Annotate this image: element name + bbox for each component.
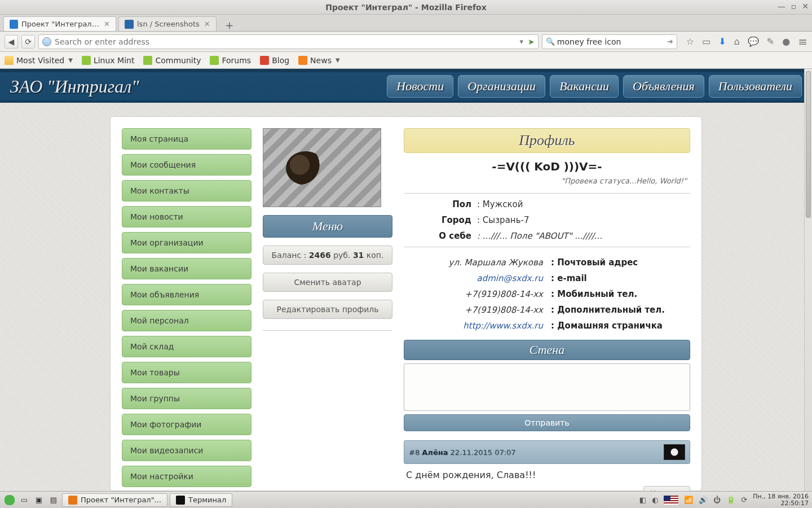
nav-ads[interactable]: Объявления [623, 75, 704, 98]
post-id: #8 [409, 448, 422, 457]
show-desktop-icon[interactable]: ▭ [18, 494, 30, 506]
urlbar-go-icon[interactable]: ➤ [526, 37, 535, 46]
task-terminal[interactable]: Терминал [170, 493, 232, 507]
tab-inactive[interactable]: lsn / Screenshots ✕ [118, 16, 217, 31]
urlbar-dropdown-icon[interactable]: ▾ [518, 37, 526, 46]
bookmark-label: News [310, 56, 332, 65]
email-link[interactable]: admin@sxdx.ru [476, 273, 543, 283]
url-input[interactable] [55, 37, 518, 46]
updates-icon[interactable]: ⟳ [741, 496, 747, 504]
bookmark-most-visited[interactable]: Most Visited ▼ [5, 56, 73, 65]
menu-orgs[interactable]: Мои организации [122, 232, 251, 253]
chat-icon[interactable]: 💬 [748, 36, 759, 47]
nav-users[interactable]: Пользователи [709, 75, 802, 98]
menu-settings[interactable]: Мои настройки [122, 466, 251, 487]
menu-goods[interactable]: Мои товары [122, 362, 251, 383]
bookmark-community[interactable]: Community [143, 56, 201, 65]
account-icon[interactable]: ● [782, 36, 790, 47]
nav-orgs[interactable]: Организации [458, 75, 545, 98]
folder-icon [5, 56, 14, 65]
tray-app-icon[interactable]: ◐ [652, 496, 658, 504]
menu-videos[interactable]: Мои видеозаписи [122, 440, 251, 461]
window-titlebar: Проект "Интеграл" - Mozilla Firefox — ▫ … [0, 0, 812, 15]
clock-time: 22:50:17 [753, 500, 809, 507]
tray-app-icon[interactable]: ◧ [639, 496, 646, 504]
value-about-text: : ...///... Поле "ABOUT" ...////... [477, 231, 602, 241]
site-brand[interactable]: ЗАО "Интригал" [10, 76, 139, 97]
battery-icon[interactable]: 🔋 [726, 496, 735, 504]
post-delete-button[interactable]: Удалить [643, 486, 690, 491]
homepage-link[interactable]: http://www.sxdx.ru [463, 321, 543, 331]
menu-staff[interactable]: Мой персонал [122, 310, 251, 331]
bookmark-forums[interactable]: Forums [210, 56, 251, 65]
menu-my-page[interactable]: Моя страница [122, 128, 251, 150]
addon-icon[interactable]: ✎ [767, 36, 774, 47]
search-input[interactable] [557, 37, 667, 46]
center-menu-button[interactable]: Меню [263, 215, 392, 238]
tab-active[interactable]: Проект "Интеграл" ... ✕ [3, 16, 116, 31]
label-email: e-mail [551, 273, 690, 283]
value-sex: : Мужской [477, 199, 690, 209]
menu-storage[interactable]: Мой склад [122, 336, 251, 357]
files-launcher-icon[interactable]: ▤ [47, 494, 60, 506]
globe-icon [42, 37, 51, 46]
menu-contacts[interactable]: Мои контакты [122, 180, 251, 202]
minimize-button[interactable]: — [778, 2, 785, 11]
post-author-avatar[interactable] [664, 444, 685, 460]
volume-icon[interactable]: 🔊 [699, 496, 708, 504]
wall-textarea[interactable] [404, 364, 690, 411]
nav-news[interactable]: Новости [387, 75, 453, 98]
right-column: Профиль -=V((( KoD )))V=- "Провека стату… [404, 128, 690, 491]
url-bar[interactable]: ▾ ➤ [38, 34, 539, 49]
clock[interactable]: Пн., 18 янв. 2016 22:50:17 [753, 493, 809, 507]
tab-close-icon[interactable]: ✕ [104, 20, 110, 28]
library-icon[interactable]: ▭ [702, 36, 710, 47]
keyboard-layout-icon[interactable] [664, 496, 678, 505]
task-firefox[interactable]: Проект "Интеграл"... [62, 493, 167, 507]
network-icon[interactable]: 📶 [684, 496, 693, 504]
bookmarks-star-icon[interactable]: ☆ [686, 36, 694, 47]
hamburger-menu-icon[interactable]: ≡ [798, 35, 807, 49]
close-window-button[interactable]: ✕ [802, 2, 809, 11]
page-content: Моя страница Мои сообщения Мои контакты … [0, 103, 812, 491]
maximize-button[interactable]: ▫ [791, 2, 797, 11]
menu-news[interactable]: Мои новости [122, 206, 251, 227]
menu-groups[interactable]: Мои группы [122, 388, 251, 409]
home-icon[interactable]: ⌂ [734, 36, 740, 47]
start-menu-button[interactable] [3, 494, 16, 506]
back-button[interactable]: ◀ [5, 35, 18, 49]
search-go-icon[interactable]: ➜ [667, 37, 673, 46]
new-tab-button[interactable]: + [222, 19, 237, 31]
downloads-icon[interactable]: ⬇ [718, 36, 726, 47]
bookmark-blog[interactable]: Blog [260, 56, 289, 65]
tab-close-icon[interactable]: ✕ [204, 20, 210, 28]
label-city: Город [404, 215, 471, 225]
post-author[interactable]: Алёна [422, 448, 448, 457]
balance-prefix: Баланс : [272, 251, 309, 260]
power-icon[interactable]: ⏻ [713, 496, 721, 504]
label-addphone: Дополнительный тел. [551, 305, 690, 315]
mint-icon [210, 56, 219, 65]
post-meta: #8 Алёна 22.11.2015 07:07 [409, 448, 516, 457]
reload-button[interactable]: ⟳ [21, 35, 35, 49]
terminal-launcher-icon[interactable]: ▣ [33, 494, 45, 506]
change-avatar-button[interactable]: Сменить аватар [263, 273, 392, 292]
window-title: Проект "Интеграл" - Mozilla Firefox [325, 3, 486, 12]
browser-tabstrip: Проект "Интеграл" ... ✕ lsn / Screenshot… [0, 15, 812, 32]
nav-vacancies[interactable]: Вакансии [550, 75, 619, 98]
bookmark-linux-mint[interactable]: Linux Mint [82, 56, 135, 65]
bookmark-news[interactable]: News▼ [298, 56, 340, 65]
menu-messages[interactable]: Мои сообщения [122, 154, 251, 176]
edit-profile-button[interactable]: Редактировать профиль [263, 300, 392, 319]
menu-photos[interactable]: Мои фотографии [122, 414, 251, 435]
menu-vacancies[interactable]: Мои вакансии [122, 258, 251, 279]
search-bar[interactable]: 🔍 ➜ [542, 34, 677, 49]
scrollbar-thumb[interactable] [806, 71, 811, 218]
value-address: ул. Маршала Жукова [404, 257, 543, 268]
menu-ads[interactable]: Мои объявления [122, 284, 251, 305]
balance-button[interactable]: Баланс : 2466 руб. 31 коп. [263, 246, 392, 265]
label-sex: Пол [404, 199, 471, 209]
wall-send-button[interactable]: Отправить [404, 414, 690, 431]
vertical-scrollbar[interactable] [804, 69, 812, 491]
profile-fields: Пол : Мужской Город : Сызрань-7 О себе :… [404, 199, 690, 241]
